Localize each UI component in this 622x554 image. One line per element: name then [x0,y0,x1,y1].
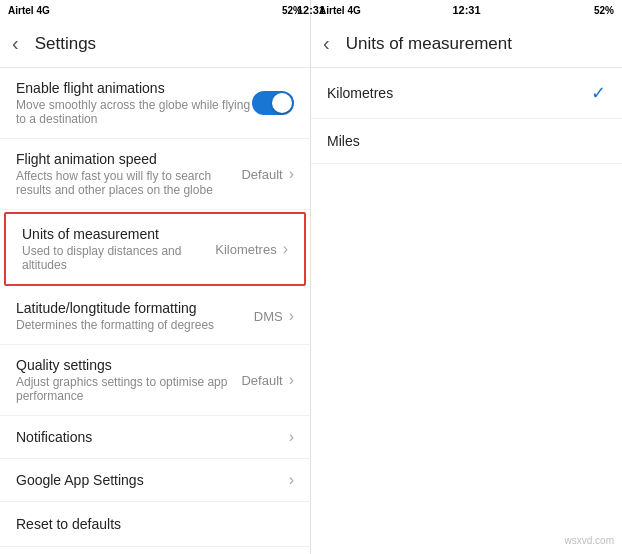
time-right: 12:31 [452,4,480,16]
flight-animations-title: Enable flight animations [16,80,252,96]
notifications-title: Notifications [16,429,289,445]
kilometres-item[interactable]: Kilometres ✓ [311,68,622,119]
watermark-right: wsxvd.com [561,531,618,550]
flight-animations-subtitle: Move smoothly across the globe while fly… [16,98,252,126]
flight-speed-title: Flight animation speed [16,151,241,167]
notifications-chevron: › [289,428,294,446]
back-button-right[interactable]: ‹ [323,32,330,55]
flight-animations-toggle[interactable] [252,91,294,115]
settings-panel: Airtel 4G 12:31 52% ‹ Settings Enable fl… [0,0,311,554]
flight-speed-subtitle: Affects how fast you will fly to search … [16,169,241,197]
lat-lon-item[interactable]: Latitude/longtitude formatting Determine… [0,288,310,345]
quality-settings-chevron: › [289,371,294,389]
battery-right: 52% [594,5,614,16]
toggle-knob [272,93,292,113]
quality-settings-item[interactable]: Quality settings Adjust graphics setting… [0,345,310,416]
quality-settings-value: Default [241,373,282,388]
right-status-left: Airtel 4G [319,5,361,16]
reset-defaults-title: Reset to defaults [16,516,294,532]
lat-lon-subtitle: Determines the formatting of degrees [16,318,254,332]
kilometres-check-icon: ✓ [591,82,606,104]
units-panel: Airtel 4G 12:31 52% ‹ Units of measureme… [311,0,622,554]
quality-settings-title: Quality settings [16,357,241,373]
notifications-item[interactable]: Notifications › [0,416,310,459]
flight-speed-chevron: › [289,165,294,183]
quality-settings-subtitle: Adjust graphics settings to optimise app… [16,375,241,403]
network-left: 4G [37,5,50,16]
google-app-title: Google App Settings [16,472,289,488]
right-status-bar: Airtel 4G 12:31 52% [311,0,622,20]
units-measurement-value: Kilometres [215,242,276,257]
left-status-bar: Airtel 4G 12:31 52% [0,0,310,20]
lat-lon-title: Latitude/longtitude formatting [16,300,254,316]
miles-item[interactable]: Miles [311,119,622,164]
settings-title: Settings [35,34,96,54]
units-title: Units of measurement [346,34,512,54]
units-content: Kilometres ✓ Miles wsxvd.com [311,68,622,554]
units-measurement-title: Units of measurement [22,226,215,242]
miles-label: Miles [327,133,360,149]
units-measurement-chevron: › [283,240,288,258]
units-measurement-item[interactable]: Units of measurement Used to display dis… [4,212,306,286]
units-header: ‹ Units of measurement [311,20,622,68]
flight-speed-item[interactable]: Flight animation speed Affects how fast … [0,139,310,210]
flight-speed-value: Default [241,167,282,182]
settings-content: Enable flight animations Move smoothly a… [0,68,310,554]
settings-header: ‹ Settings [0,20,310,68]
time-left: 12:31 [297,4,311,16]
kilometres-label: Kilometres [327,85,393,101]
google-app-item[interactable]: Google App Settings › [0,459,310,502]
status-bar-left: Airtel 4G [8,5,50,16]
network-right: 4G [348,5,361,16]
units-measurement-subtitle: Used to display distances and altitudes [22,244,215,272]
google-app-chevron: › [289,471,294,489]
reset-defaults-item[interactable]: Reset to defaults [0,502,310,547]
clear-search-item[interactable]: Clear search history [0,547,310,554]
carrier-left: Airtel [8,5,34,16]
lat-lon-value: DMS [254,309,283,324]
lat-lon-chevron: › [289,307,294,325]
back-button-left[interactable]: ‹ [12,32,19,55]
flight-animations-item[interactable]: Enable flight animations Move smoothly a… [0,68,310,139]
right-status-right: 52% [594,5,614,16]
